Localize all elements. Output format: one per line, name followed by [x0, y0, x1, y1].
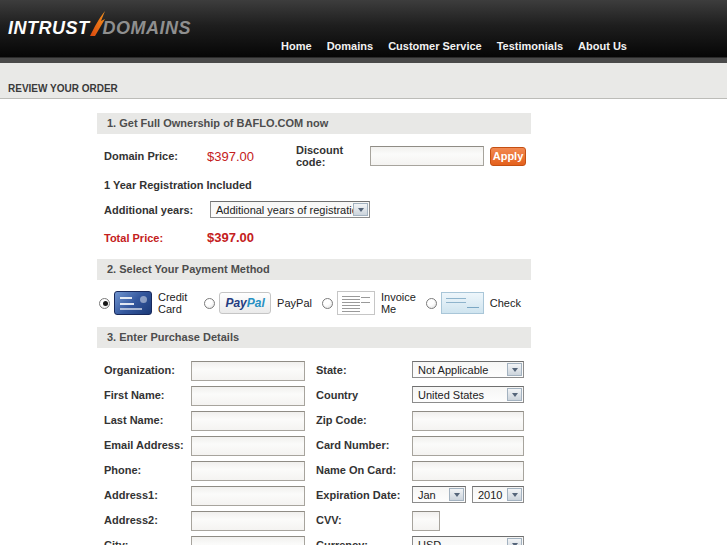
state-label: State:: [316, 361, 412, 376]
discount-code-input[interactable]: [370, 146, 484, 166]
logo-arrow-icon: [89, 10, 106, 37]
invoice-radio[interactable]: [322, 298, 333, 309]
check-radio[interactable]: [426, 298, 437, 309]
section3-header: 3. Enter Purchase Details: [97, 327, 531, 348]
organization-input[interactable]: [191, 361, 305, 381]
phone-input[interactable]: [191, 461, 305, 481]
address2-input[interactable]: [191, 511, 305, 531]
section1-header: 1. Get Full Ownership of BAFLO.COM now: [97, 113, 531, 134]
additional-years-label: Additional years:: [104, 204, 210, 216]
chevron-down-icon: [507, 388, 522, 401]
chevron-down-icon: [507, 363, 522, 376]
domain-price-label: Domain Price:: [104, 150, 207, 162]
cvv-input[interactable]: [412, 511, 440, 531]
credit-card-icon: [114, 291, 152, 315]
payment-option-credit-card[interactable]: Credit Card: [99, 291, 194, 315]
nav-home[interactable]: Home: [281, 40, 312, 52]
total-price-label: Total Price:: [104, 232, 207, 244]
check-label: Check: [490, 297, 521, 309]
total-price-value: $397.00: [207, 230, 254, 245]
apply-button[interactable]: Apply: [490, 147, 526, 166]
page-title: REVIEW YOUR ORDER: [0, 63, 727, 99]
credit-card-radio[interactable]: [99, 298, 110, 309]
credit-card-label: Credit Card: [158, 291, 194, 315]
main-nav: Home Domains Customer Service Testimonia…: [266, 40, 627, 52]
currency-label: Currency:: [316, 536, 412, 545]
zip-code-label: Zip Code:: [316, 411, 412, 426]
currency-selected-value: USD: [418, 539, 441, 545]
nav-domains[interactable]: Domains: [327, 40, 373, 52]
address1-input[interactable]: [191, 486, 305, 506]
expiration-date-label: Expiration Date:: [316, 486, 412, 501]
first-name-label: First Name:: [104, 386, 191, 401]
paypal-icon: PayPal: [219, 292, 271, 314]
additional-years-selected-value: Additional years of registration: [216, 204, 364, 216]
city-input[interactable]: [191, 536, 305, 545]
domain-price-value: $397.00: [207, 149, 296, 164]
email-input[interactable]: [191, 436, 305, 456]
address2-label: Address2:: [104, 511, 191, 526]
chevron-down-icon: [353, 203, 368, 216]
paypal-logo-pay: Pay: [225, 296, 246, 310]
state-select[interactable]: Not Applicable: [412, 361, 524, 378]
zip-code-input[interactable]: [412, 411, 524, 431]
payment-option-paypal[interactable]: PayPal PayPal: [204, 292, 312, 314]
state-selected-value: Not Applicable: [418, 364, 488, 376]
city-label: City:: [104, 536, 191, 545]
name-on-card-label: Name On Card:: [316, 461, 412, 476]
expiration-year-select[interactable]: 2010: [472, 486, 524, 503]
card-number-label: Card Number:: [316, 436, 412, 451]
brand-logo[interactable]: INTRUST DOMAINS: [8, 15, 191, 42]
invoice-icon: [337, 291, 375, 315]
logo-text-intrust: INTRUST: [8, 18, 90, 39]
cvv-label: CVV:: [316, 511, 412, 526]
payment-methods: Credit Card PayPal PayPal Invoice Me Che…: [97, 290, 531, 316]
paypal-radio[interactable]: [204, 298, 215, 309]
chevron-down-icon: [449, 488, 464, 501]
paypal-label: PayPal: [277, 297, 312, 309]
purchase-details-form: Organization: State: Not Applicable Firs…: [97, 361, 531, 545]
expiration-month-value: Jan: [418, 489, 436, 501]
card-number-input[interactable]: [412, 436, 524, 456]
chevron-down-icon: [507, 488, 522, 501]
additional-years-select[interactable]: Additional years of registration: [210, 201, 370, 218]
order-content: 1. Get Full Ownership of BAFLO.COM now D…: [97, 113, 531, 545]
additional-years-row: Additional years: Additional years of re…: [97, 201, 531, 218]
nav-testimonials[interactable]: Testimonials: [497, 40, 563, 52]
currency-select[interactable]: USD: [412, 536, 524, 545]
top-header: INTRUST DOMAINS Home Domains Customer Se…: [0, 0, 727, 57]
chevron-down-icon: [507, 538, 522, 545]
last-name-input[interactable]: [191, 411, 305, 431]
address1-label: Address1:: [104, 486, 191, 501]
organization-label: Organization:: [104, 361, 191, 376]
expiration-month-select[interactable]: Jan: [412, 486, 466, 503]
country-label: Country: [316, 386, 412, 401]
last-name-label: Last Name:: [104, 411, 191, 426]
payment-option-check[interactable]: Check: [426, 292, 521, 314]
phone-label: Phone:: [104, 461, 191, 476]
country-selected-value: United States: [418, 389, 484, 401]
logo-text-domains: DOMAINS: [103, 18, 192, 39]
invoice-label: Invoice Me: [381, 291, 416, 315]
first-name-input[interactable]: [191, 386, 305, 406]
domain-price-row: Domain Price: $397.00 Discount code: App…: [97, 146, 531, 166]
nav-about-us[interactable]: About Us: [578, 40, 627, 52]
email-label: Email Address:: [104, 436, 191, 451]
paypal-logo-pal: Pal: [247, 296, 265, 310]
section2-header: 2. Select Your Payment Method: [97, 259, 531, 280]
registration-note: 1 Year Registration Included: [97, 179, 531, 191]
discount-code-label: Discount code:: [296, 144, 370, 168]
payment-option-invoice[interactable]: Invoice Me: [322, 291, 416, 315]
name-on-card-input[interactable]: [412, 461, 524, 481]
total-price-row: Total Price: $397.00: [97, 230, 531, 245]
expiration-year-value: 2010: [478, 489, 502, 501]
nav-customer-service[interactable]: Customer Service: [388, 40, 482, 52]
check-icon: [441, 292, 484, 314]
country-select[interactable]: United States: [412, 386, 524, 403]
